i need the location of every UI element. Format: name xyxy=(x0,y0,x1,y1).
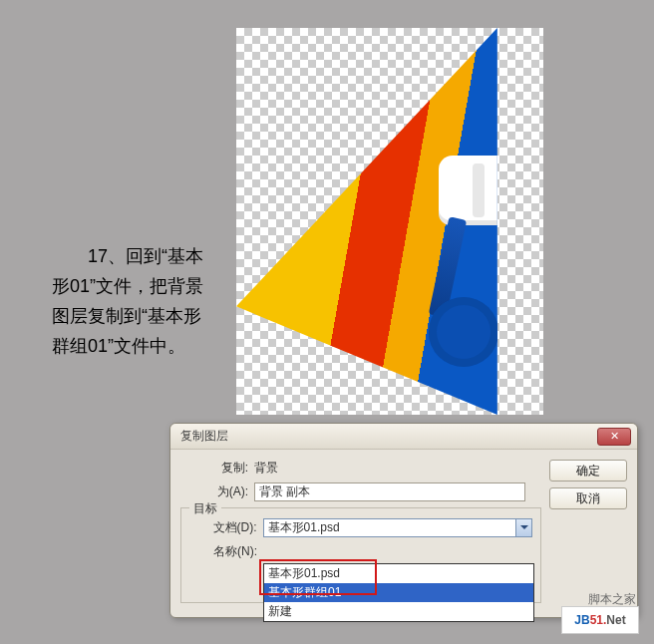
as-label: 为(A): xyxy=(180,483,254,500)
duplicate-layer-dialog: 复制图层 ✕ 确定 取消 复制: 背景 为(A): 背景 副本 目标 文档(D)… xyxy=(169,423,638,618)
target-legend: 目标 xyxy=(189,500,221,517)
cancel-button[interactable]: 取消 xyxy=(549,487,627,509)
dialog-title: 复制图层 xyxy=(180,428,597,445)
image-content xyxy=(236,28,543,415)
ok-button[interactable]: 确定 xyxy=(549,460,627,482)
dropdown-option[interactable]: 基本形01.psd xyxy=(264,564,533,583)
document-dropdown[interactable]: 基本形01.psd 基本形群组01 新建 xyxy=(263,563,534,622)
logo-51: 51. xyxy=(590,613,607,627)
document-select[interactable]: 基本形01.psd xyxy=(263,518,532,537)
target-fieldset: 目标 文档(D): 基本形01.psd 名称(N): 基本形01.psd 基本形… xyxy=(180,507,541,603)
site-watermark: 脚本之家 JB51.Net xyxy=(561,606,639,634)
dialog-titlebar[interactable]: 复制图层 ✕ xyxy=(170,424,637,450)
dropdown-option[interactable]: 新建 xyxy=(264,602,533,621)
chevron-down-icon[interactable] xyxy=(515,519,531,536)
document-label: 文档(D): xyxy=(189,519,263,536)
logo-jb: JB xyxy=(574,613,589,627)
copy-label: 复制: xyxy=(180,460,254,477)
close-button[interactable]: ✕ xyxy=(597,428,631,446)
dropdown-option-selected[interactable]: 基本形群组01 xyxy=(264,583,533,602)
close-icon: ✕ xyxy=(610,430,619,443)
logo-net: Net xyxy=(606,613,625,627)
as-input[interactable]: 背景 副本 xyxy=(254,483,525,501)
tutorial-step-text: 17、回到“基本形01”文件，把背景图层复制到“基本形群组01”文件中。 xyxy=(52,241,211,361)
as-input-value: 背景 副本 xyxy=(259,483,310,500)
document-select-value: 基本形01.psd xyxy=(268,519,340,536)
photoshop-canvas xyxy=(236,28,543,415)
name-label: 名称(N): xyxy=(189,543,263,560)
site-name-zh: 脚本之家 xyxy=(556,591,636,608)
